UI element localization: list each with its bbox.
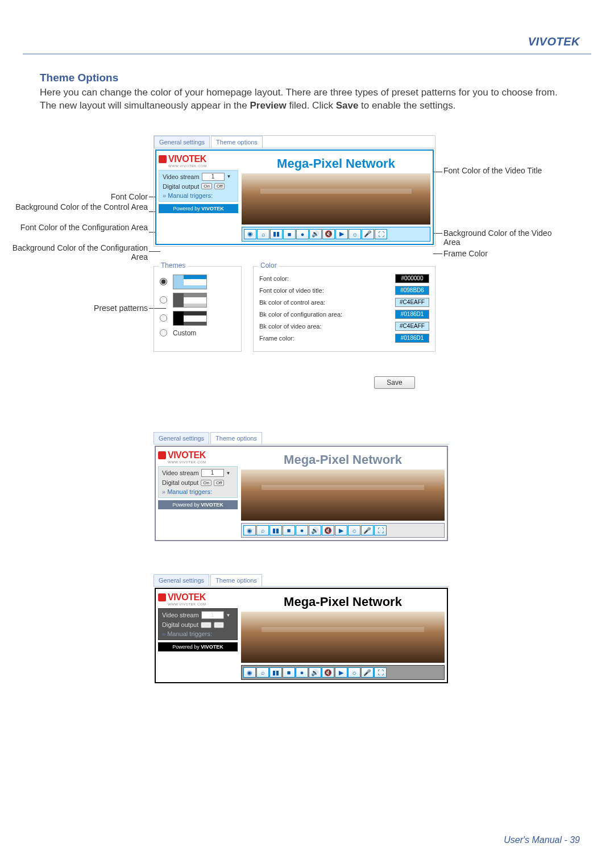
- color-row: Font color:#000000: [259, 274, 429, 283]
- preview-1: General settings Theme options VIVOTEK W…: [154, 135, 435, 247]
- control-panel: Video stream 1 ▼ Digital output On Off M…: [159, 170, 238, 202]
- color-swatch[interactable]: #000000: [395, 274, 429, 283]
- theme-preset-1[interactable]: [160, 275, 235, 289]
- digital-output-on[interactable]: On: [201, 183, 212, 189]
- divider: [23, 53, 591, 55]
- callout-frame-color: Frame Color: [443, 249, 557, 258]
- color-fieldset: Color Font color:#000000Font color of vi…: [253, 266, 435, 352]
- callout-font-color: Font Color: [11, 192, 148, 201]
- logo-icon: [159, 155, 167, 163]
- digital-output-label: Digital output: [163, 183, 199, 190]
- themes-legend: Themes: [159, 261, 188, 269]
- logo-text: VIVOTEK: [168, 154, 206, 164]
- color-row: Bk color of control area:#C4EAFF: [259, 298, 429, 307]
- color-legend: Color: [258, 261, 279, 269]
- digital-output-off[interactable]: Off: [214, 183, 225, 189]
- video-toolbar: ◉ ⌕ ▮▮ ■ ● 🔊 🔇 ▶ ☼ 🎤 ⛶: [242, 227, 430, 242]
- callout-preset: Preset patterns: [11, 304, 148, 313]
- color-label: Bk color of video area:: [259, 323, 321, 330]
- page-footer: User's Manual - 39: [504, 835, 580, 845]
- color-swatch[interactable]: #C4EAFF: [395, 298, 429, 307]
- volume-icon[interactable]: 🔊: [309, 229, 322, 239]
- callout-font-title: Font Color of the Video Title: [443, 166, 557, 175]
- themes-fieldset: Themes Custom: [154, 266, 242, 352]
- color-swatch[interactable]: #098BD6: [395, 286, 429, 295]
- theme-preset-2[interactable]: [160, 293, 235, 308]
- color-swatch[interactable]: #0186D1: [395, 310, 429, 319]
- color-row: Font color of video title:#098BD6: [259, 286, 429, 295]
- preview-2: General settings Theme options VIVOTEK W…: [154, 432, 449, 542]
- color-label: Bk color of control area:: [259, 299, 325, 306]
- video-area: [242, 173, 430, 225]
- video-stream-label: Video stream: [163, 173, 200, 180]
- preview-3: General settings Theme options VIVOTEK W…: [154, 574, 449, 684]
- brand-header: VIVOTEK: [528, 35, 580, 48]
- mic-icon[interactable]: 🎤: [362, 229, 374, 239]
- video-stream-select[interactable]: 1: [202, 173, 225, 181]
- tab-general-settings[interactable]: General settings: [154, 136, 210, 148]
- callout-bg-config: Background Color of the Configuration Ar…: [11, 243, 148, 261]
- mute-icon[interactable]: 🔇: [322, 229, 335, 239]
- callout-bg-video: Background Color of the Video Area: [443, 229, 563, 247]
- stop-icon[interactable]: ■: [283, 229, 296, 239]
- color-label: Frame color:: [259, 335, 294, 342]
- intro-paragraph: Here you can change the color of your ho…: [40, 86, 574, 113]
- tab-theme-options[interactable]: Theme options: [211, 136, 263, 148]
- powered-by: Powered by VIVOTEK: [159, 204, 238, 213]
- fullscreen-icon[interactable]: ⛶: [375, 229, 387, 239]
- playfwd-icon[interactable]: ▶: [335, 229, 348, 239]
- callout-bg-control: Background Color of the Control Area: [11, 202, 148, 211]
- color-row: Bk color of configuration area:#0186D1: [259, 310, 429, 319]
- record-icon[interactable]: ●: [296, 229, 309, 239]
- color-swatch[interactable]: #C4EAFF: [395, 322, 429, 331]
- logo-subtext: WWW.VIVOTEK.COM: [168, 164, 238, 168]
- color-label: Font color of video title:: [259, 287, 324, 294]
- pause-icon[interactable]: ▮▮: [270, 229, 283, 239]
- color-row: Bk color of video area:#C4EAFF: [259, 322, 429, 331]
- tab-theme-options-2[interactable]: Theme options: [210, 432, 262, 444]
- section-title: Theme Options: [40, 72, 574, 84]
- tab-general-settings-3[interactable]: General settings: [154, 574, 209, 586]
- tab-general-settings-2[interactable]: General settings: [154, 432, 209, 444]
- brightness-icon[interactable]: ☼: [349, 229, 361, 239]
- tab-theme-options-3[interactable]: Theme options: [210, 574, 262, 586]
- color-label: Bk color of configuration area:: [259, 311, 342, 318]
- theme-custom[interactable]: Custom: [160, 329, 235, 337]
- logo: VIVOTEK: [159, 153, 238, 165]
- color-swatch[interactable]: #0186D1: [395, 334, 429, 343]
- theme-preset-3[interactable]: [160, 311, 235, 326]
- callout-font-config: Font Color of the Configuration Area: [11, 223, 148, 232]
- save-button[interactable]: Save: [374, 376, 415, 389]
- zoom-icon[interactable]: ⌕: [257, 229, 269, 239]
- manual-triggers-link[interactable]: Manual triggers:: [163, 192, 234, 199]
- video-title: Mega-Pixel Network: [242, 153, 430, 173]
- color-row: Frame color:#0186D1: [259, 334, 429, 343]
- color-label: Font color:: [259, 275, 289, 282]
- camera-icon[interactable]: ◉: [244, 229, 256, 239]
